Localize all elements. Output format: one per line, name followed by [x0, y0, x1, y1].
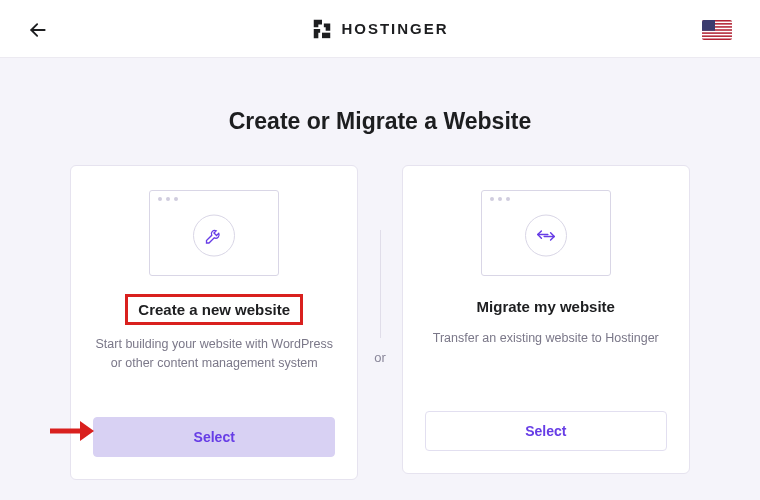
header: HOSTINGER [0, 0, 760, 58]
card-migrate-website: Migrate my website Transfer an existing … [402, 165, 690, 474]
or-separator: or [374, 350, 386, 365]
brand-logo: HOSTINGER [311, 18, 448, 40]
locale-flag-us[interactable] [702, 20, 732, 40]
card-description: Transfer an existing website to Hostinge… [425, 329, 667, 385]
card-illustration [481, 190, 611, 276]
select-migrate-button[interactable]: Select [425, 411, 667, 451]
card-title: Migrate my website [467, 294, 625, 319]
cards-row: Create a new website Start building your… [0, 165, 760, 480]
brand-text: HOSTINGER [341, 20, 448, 37]
card-create-website: Create a new website Start building your… [70, 165, 358, 480]
back-button[interactable] [28, 20, 48, 44]
card-title: Create a new website [125, 294, 303, 325]
svg-rect-8 [702, 20, 715, 31]
svg-rect-6 [702, 34, 732, 36]
svg-rect-5 [702, 31, 732, 33]
wrench-icon [204, 226, 224, 246]
card-description: Start building your website with WordPre… [93, 335, 335, 391]
hostinger-logo-icon [311, 18, 333, 40]
svg-rect-7 [702, 37, 732, 39]
card-illustration [149, 190, 279, 276]
page-title: Create or Migrate a Website [0, 108, 760, 135]
us-flag-icon [702, 20, 732, 40]
select-create-button[interactable]: Select [93, 417, 335, 457]
transfer-arrows-icon [535, 225, 557, 247]
arrow-left-icon [28, 20, 48, 40]
